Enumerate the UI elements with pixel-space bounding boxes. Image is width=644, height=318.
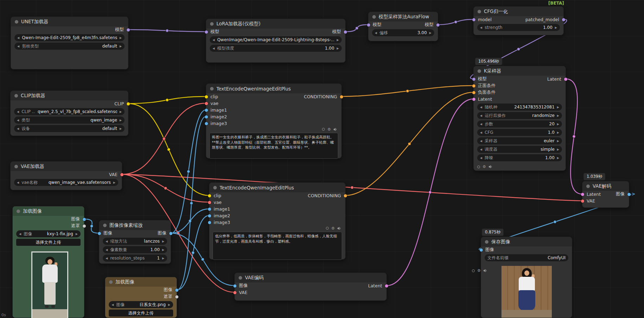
increment-icon[interactable]: ▶ xyxy=(162,240,164,243)
widget-strength[interactable]: ◀ strength 1.00 ▶ xyxy=(477,24,560,31)
input-port-clip[interactable] xyxy=(205,95,208,98)
node-unet-loader[interactable]: UNET加载器 模型 ◀ Qwen-Image-Edit-2509_fp8_e4… xyxy=(11,17,128,69)
node-ksampler[interactable]: K采样器 模型 Latent 正面条件 负面条件 Latent ◀ 随机种 24… xyxy=(473,66,566,171)
increment-icon[interactable]: ▶ xyxy=(557,131,559,134)
speaker-icon[interactable] xyxy=(333,127,337,131)
widget-unet-name[interactable]: ◀ Qwen-Image-Edit-2509_fp8_e4m3fn.safete… xyxy=(14,34,125,41)
node-header[interactable]: VAE加载器 xyxy=(11,162,122,171)
input-port-image3[interactable] xyxy=(208,221,211,224)
upload-file-button[interactable]: 选择文件上传 xyxy=(16,239,81,246)
input-port-model[interactable] xyxy=(472,77,475,81)
node-save-image[interactable]: 保存图像 图像 文件名前缀 ComfyUI ⚙ xyxy=(481,237,572,318)
node-header[interactable]: UNET加载器 xyxy=(11,17,128,26)
circle-icon[interactable] xyxy=(477,166,480,168)
increment-icon[interactable]: ▶ xyxy=(120,36,122,39)
increment-icon[interactable]: ▶ xyxy=(555,26,557,29)
output-port-conditioning[interactable] xyxy=(344,194,347,197)
input-port-model[interactable] xyxy=(367,23,370,26)
input-port-vae[interactable] xyxy=(205,102,208,105)
widget-steps[interactable]: ◀ 步数 20 ▶ xyxy=(477,120,562,127)
input-port-image[interactable] xyxy=(233,284,236,287)
node-header[interactable]: VAE编码 xyxy=(235,273,386,282)
decrement-icon[interactable]: ◀ xyxy=(480,106,482,109)
decrement-icon[interactable]: ◀ xyxy=(17,119,19,122)
widget-upscale-method[interactable]: ◀ 缩放方法 lanczos ▶ xyxy=(103,238,167,245)
circle-icon[interactable] xyxy=(472,269,475,272)
input-port-vae[interactable] xyxy=(233,291,236,294)
decrement-icon[interactable]: ◀ xyxy=(480,123,482,126)
output-port-model[interactable] xyxy=(562,18,565,21)
decrement-icon[interactable]: ◀ xyxy=(17,36,19,39)
increment-icon[interactable]: ▶ xyxy=(557,123,559,126)
input-port-clip[interactable] xyxy=(208,194,211,197)
node-header[interactable]: K采样器 xyxy=(474,66,566,76)
input-port-positive[interactable] xyxy=(472,84,475,87)
widget-scheduler[interactable]: ◀ 调度器 simple ▶ xyxy=(477,146,562,153)
gear-icon[interactable]: ⚙ xyxy=(327,127,331,131)
node-load-image-1[interactable]: 加载图像 图像 遮罩 ◀ 图像 kxy-1-fix.jpg ▶ 选择文件上传 xyxy=(12,206,84,318)
widget-clip-name[interactable]: ◀ CLIP ... qwen_2.5_vl_7b_fp8_scaled.saf… xyxy=(14,108,125,115)
node-collapse-icon[interactable] xyxy=(17,210,20,213)
decrement-icon[interactable]: ◀ xyxy=(112,303,114,306)
output-port-model[interactable] xyxy=(436,23,440,26)
speaker-icon[interactable] xyxy=(337,226,341,230)
decrement-icon[interactable]: ◀ xyxy=(375,31,377,35)
increment-icon[interactable]: ▶ xyxy=(337,47,339,50)
output-port-latent[interactable] xyxy=(564,77,567,81)
increment-icon[interactable]: ▶ xyxy=(120,119,122,122)
prompt-input[interactable]: 将图一女生的衣服和裤子，换成图二女生的衣服和鞋子，鞋子换成高跟鞋。**禁止改变人… xyxy=(209,133,338,159)
node-text-encode-positive[interactable]: TextEncodeQwenImageEditPlus clip CONDITI… xyxy=(206,83,342,158)
input-port-image[interactable] xyxy=(98,232,101,235)
widget-control-after-generate[interactable]: ◀ 运行后操作 randomize ▶ xyxy=(477,112,562,119)
increment-icon[interactable]: ▶ xyxy=(557,114,559,117)
input-port-image1[interactable] xyxy=(205,108,208,112)
speaker-icon[interactable] xyxy=(483,269,487,273)
node-header[interactable]: 加载图像 xyxy=(13,206,84,216)
decrement-icon[interactable]: ◀ xyxy=(480,114,482,117)
circle-icon[interactable] xyxy=(322,128,325,131)
decrement-icon[interactable]: ◀ xyxy=(480,148,482,151)
node-collapse-icon[interactable] xyxy=(14,94,18,98)
increment-icon[interactable]: ▶ xyxy=(429,31,431,35)
decrement-icon[interactable]: ◀ xyxy=(213,47,215,50)
gear-icon[interactable]: ⚙ xyxy=(477,269,481,273)
input-port-image3[interactable] xyxy=(205,122,208,125)
input-port-image2[interactable] xyxy=(208,214,211,217)
node-collapse-icon[interactable] xyxy=(210,87,214,91)
output-port-image[interactable] xyxy=(175,288,178,292)
widget-image-file[interactable]: ◀ 图像 日系女生.png ▶ xyxy=(109,301,173,308)
input-port-vae[interactable] xyxy=(581,199,584,202)
gear-icon[interactable]: ⚙ xyxy=(482,165,486,169)
node-collapse-icon[interactable] xyxy=(478,69,481,73)
widget-filename-prefix[interactable]: 文件名前缀 ComfyUI xyxy=(485,254,568,261)
input-port-latent[interactable] xyxy=(472,98,475,101)
node-header[interactable]: 保存图像 xyxy=(481,237,572,247)
node-model-sampling-auraflow[interactable]: 模型采样算法AuraFlow 模型 模型 ◀ 偏移 3.00 ▶ xyxy=(368,12,438,41)
increment-icon[interactable]: ▶ xyxy=(76,232,78,236)
node-collapse-icon[interactable] xyxy=(478,10,481,13)
circle-icon[interactable] xyxy=(326,227,329,230)
increment-icon[interactable]: ▶ xyxy=(557,139,559,143)
node-header[interactable]: LoRA加载器(仅模型) xyxy=(206,19,345,29)
node-collapse-icon[interactable] xyxy=(586,185,590,188)
upload-file-button[interactable]: 选择文件上传 xyxy=(109,310,173,317)
input-port-model[interactable] xyxy=(472,18,475,21)
output-port-mask[interactable] xyxy=(83,224,86,227)
output-port-image[interactable] xyxy=(169,232,172,235)
node-image-scale-by-pixels[interactable]: 图像按像素缩放 图像 图像 ◀ 缩放方法 lanczos ▶ ◀ 像素数量 1.… xyxy=(99,220,171,264)
widget-shift[interactable]: ◀ 偏移 3.00 ▶ xyxy=(372,29,434,36)
node-vae-loader[interactable]: VAE加载器 VAE ◀ vae名称 qwen_image_vae.safete… xyxy=(10,161,122,190)
decrement-icon[interactable]: ◀ xyxy=(17,110,19,113)
decrement-icon[interactable]: ◀ xyxy=(17,45,19,48)
node-cfg-norm[interactable]: CFG归一化 model patched_model ◀ strength 1.… xyxy=(473,6,564,35)
increment-icon[interactable]: ▶ xyxy=(557,156,559,160)
output-port-clip[interactable] xyxy=(127,102,130,105)
node-collapse-icon[interactable] xyxy=(103,224,107,227)
increment-icon[interactable]: ▶ xyxy=(557,148,559,151)
output-port-image[interactable] xyxy=(83,218,86,221)
widget-vae-name[interactable]: ◀ vae名称 qwen_image_vae.safetensors ▶ xyxy=(14,179,118,186)
increment-icon[interactable]: ▶ xyxy=(162,257,164,260)
node-clip-loader[interactable]: CLIP加载器 CLIP ◀ CLIP ... qwen_2.5_vl_7b_f… xyxy=(10,91,128,136)
widget-lora-name[interactable]: ◀ QwenImage/Qwen-Image-Edit-2509-Lightni… xyxy=(210,36,342,43)
node-header[interactable]: 模型采样算法AuraFlow xyxy=(368,12,438,21)
